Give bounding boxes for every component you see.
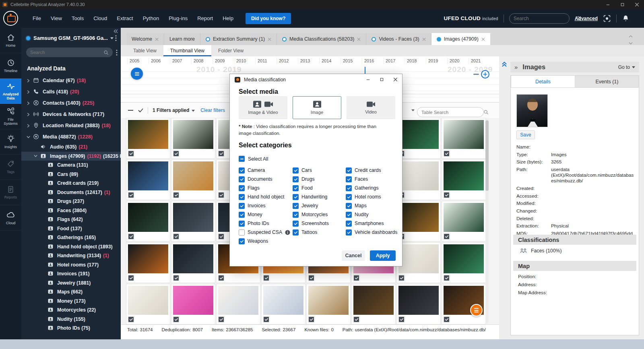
category-row[interactable]: Flags [239,184,290,192]
dialog-close-icon[interactable] [388,74,402,85]
clear-filters-link[interactable]: Clear filters [200,107,225,113]
category-checkbox[interactable] [239,185,245,191]
thumbnail-cell[interactable] [442,242,486,283]
expand-chevron[interactable] [41,271,47,276]
tree-item[interactable]: Hotel rooms (177) [21,260,121,270]
thumbnail-cell[interactable] [216,284,260,324]
category-row[interactable]: Credit cards [346,166,397,175]
notifications-bell-icon[interactable] [622,14,630,22]
tree-item[interactable]: Handwriting (3134) (1) [21,251,121,260]
goto-dropdown[interactable]: Go to [618,64,635,70]
chev-right-icon[interactable] [26,101,33,105]
tree-item[interactable]: Hand hold object (1893) [21,242,121,252]
dialog-maximize-icon[interactable] [375,74,388,85]
thumbnail-checkbox[interactable] [218,192,224,198]
thumbnail-checkbox[interactable] [398,316,405,322]
thumbnail-cell[interactable] [396,159,441,200]
cancel-button[interactable]: Cancel [342,250,365,261]
expand-chevron[interactable] [41,217,47,222]
tree-item[interactable]: Drugs (237) [21,197,121,206]
category-row[interactable]: Drugs [293,175,329,184]
table-search-input[interactable] [421,110,483,115]
info-icon[interactable] [285,230,290,235]
thumbnail-checkbox[interactable] [444,151,450,157]
thumbnail-checkbox[interactable] [173,275,179,281]
expand-chevron[interactable] [41,289,47,294]
tab-scroll-down-icon[interactable] [629,42,633,45]
thumbnail-cell[interactable] [442,284,486,324]
category-row[interactable]: Hand hold object [239,192,290,201]
menu-item[interactable]: Plug-ins [164,12,192,25]
media-type-card[interactable]: Video [347,96,395,119]
category-row[interactable]: Motorcycles [293,210,329,219]
nav-item[interactable]: Insights [0,129,21,155]
nav-item[interactable]: Cloud [0,205,21,231]
view-subtab[interactable]: Table View [126,45,163,56]
advanced-search-link[interactable]: Advanced [575,16,598,21]
thumbnail-checkbox[interactable] [398,275,405,281]
category-checkbox[interactable] [346,194,352,200]
category-checkbox[interactable] [346,212,352,218]
close-window-icon[interactable] [630,0,644,9]
category-row[interactable]: Faces [346,175,397,184]
thumbnail-checkbox[interactable] [173,316,179,322]
expand-chevron[interactable] [41,299,47,304]
thumbnail-checkbox[interactable] [263,316,269,322]
category-checkbox[interactable] [346,185,352,191]
collapse-up-chevrons-icon[interactable] [502,61,507,67]
thumbnail-cell[interactable] [171,201,215,242]
category-checkbox[interactable] [239,212,245,218]
expand-chevron[interactable] [41,163,47,167]
apply-button[interactable]: Apply [370,250,396,261]
category-row[interactable]: Cars [293,166,329,175]
thumbnail-checkbox[interactable] [128,275,134,281]
thumbnail-checkbox[interactable] [173,233,179,240]
category-checkbox[interactable] [293,203,299,209]
global-search[interactable] [509,13,570,24]
expand-chevron[interactable] [41,326,47,330]
tree-item[interactable]: Faces (3804) [21,206,121,215]
search-options-kebab-icon[interactable] [116,50,118,56]
thumbnail-cell[interactable] [126,242,170,283]
category-checkbox[interactable] [239,238,245,244]
thumbnail-checkbox[interactable] [128,151,134,157]
document-tab[interactable]: Media Classifications (58203) [277,33,366,45]
menu-item[interactable]: Extract [112,12,138,25]
chev-right-icon[interactable] [26,123,33,128]
thumbnail-cell[interactable] [126,118,170,159]
tree-item[interactable]: Camera (131) [21,161,121,170]
screenshot-icon[interactable] [603,14,611,23]
category-row[interactable]: Food [293,184,329,192]
media-type-card[interactable]: Image [293,96,341,119]
category-row[interactable]: Vehicle dashboards [346,228,397,237]
category-row[interactable]: Photo IDs [239,219,290,228]
category-checkbox[interactable] [293,229,299,235]
chev-down-icon[interactable] [26,134,33,139]
zoom-out-button[interactable] [473,74,479,75]
tree-item[interactable]: Contacts (1403) (225) [21,97,121,109]
category-row[interactable]: Documents [239,175,290,184]
menu-item[interactable]: Report [192,12,218,25]
category-checkbox[interactable] [239,194,245,200]
chev-right-icon[interactable] [26,78,33,83]
tree-item[interactable]: Gatherings (165) [21,233,121,242]
collapse-panel-icon[interactable] [113,29,118,34]
thumbnail-checkbox[interactable] [218,316,224,322]
document-tab[interactable]: Welcome [126,33,164,45]
timeline-options-button[interactable] [131,68,143,80]
category-checkbox[interactable] [346,176,352,182]
category-checkbox[interactable] [293,221,299,227]
thumbnail-checkbox[interactable] [128,192,134,198]
thumbnail-checkbox[interactable] [218,151,224,157]
grid-options-caret-icon[interactable] [411,109,415,112]
thumbnail-cell[interactable] [261,284,305,324]
thumbnail-cell[interactable] [442,118,486,159]
expand-chevron[interactable] [41,208,47,213]
view-subtab[interactable]: Folder View [211,45,250,56]
thumbnail-checkbox[interactable] [444,192,450,198]
thumbnail-cell[interactable] [171,284,215,324]
category-row[interactable]: Tattoos [293,228,329,237]
chev-right-icon[interactable] [26,89,33,94]
category-row[interactable]: Handwriting [293,192,329,201]
document-tab[interactable]: Videos - Faces (3) [366,33,431,45]
